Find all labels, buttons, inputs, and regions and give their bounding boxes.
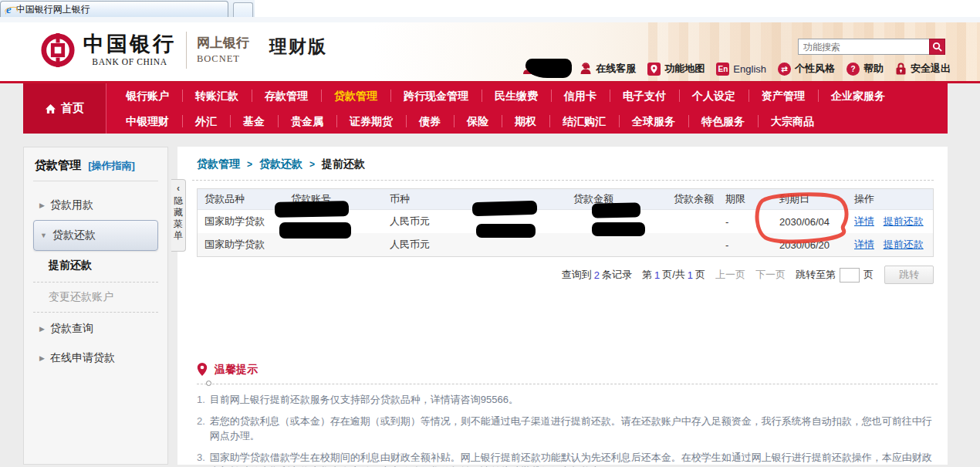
sidebar-item-loan-inquiry[interactable]: ▶ 贷款查询	[33, 314, 158, 343]
sidebar-item-early-repayment[interactable]: 提前还款	[33, 251, 158, 280]
link-online-service[interactable]: 在线客服	[580, 62, 636, 76]
chevron-down-icon: ▼	[40, 232, 47, 239]
cell-product: 国家助学贷款	[198, 215, 284, 228]
user-icon	[522, 63, 533, 75]
logo-divider	[186, 32, 187, 69]
hide-menu-label: 隐藏菜单	[174, 195, 184, 242]
browser-tab-title: 中国银行网上银行	[16, 3, 90, 16]
nav-row-1: 银行账户 转账汇款 存款管理 贷款管理 跨行现金管理 民生缴费 信用卡 电子支付…	[106, 83, 948, 109]
nav-item-forex[interactable]: 外汇	[182, 109, 230, 134]
breadcrumb-separator: >	[309, 159, 315, 170]
col-loan-account: 贷款账号	[284, 192, 383, 206]
pagination: 查询到 2 条记录 第 1 页/共 1 页 上一页 下一页 跳转至第 页 跳转	[197, 266, 934, 284]
nav-item-precious-metals[interactable]: 贵金属	[278, 109, 336, 134]
tips-divider	[197, 384, 938, 384]
nav-item-entrepreneur[interactable]: 企业家服务	[818, 83, 898, 108]
main-nav: 首页 银行账户 转账汇款 存款管理 贷款管理 跨行现金管理 民生缴费 信用卡 电…	[23, 83, 948, 134]
col-loan-amount: 贷款金额	[479, 192, 618, 206]
nav-item-transfer[interactable]: 转账汇款	[182, 83, 252, 108]
boc-logo: 中国银行 BANK OF CHINA 网上银行 BOCNET 理财版	[40, 32, 327, 69]
sidebar-item-change-repay-account[interactable]: 变更还款账户	[33, 282, 158, 313]
chevron-left-icon: ‹	[177, 184, 180, 193]
search-button[interactable]	[929, 39, 945, 55]
user-bar: 您好， 在线客服 功能地图 En English ⇄ 个性风格 ? 帮助 安全退…	[522, 62, 951, 76]
link-function-map[interactable]: 功能地图	[647, 62, 705, 76]
nav-item-options[interactable]: 期权	[502, 109, 549, 134]
sidebar: 贷款管理 [操作指南] ▶ 贷款用款 ▼ 贷款还款 提前还款 变更还款账户 ▶ …	[23, 147, 168, 465]
map-pin-icon	[647, 63, 661, 76]
nav-item-e-payment[interactable]: 电子支付	[610, 83, 679, 108]
current-page: 1	[652, 269, 662, 281]
sidebar-item-loan-repayment[interactable]: ▼ 贷款还款	[33, 220, 158, 251]
english-icon: En	[716, 63, 729, 76]
hide-menu-tab[interactable]: ‹ 隐藏菜单	[171, 179, 186, 252]
customer-service-icon	[580, 63, 592, 75]
tip-item: 1. 目前网上银行提前还款服务仅支持部分贷款品种，详情请咨询95566。	[197, 393, 938, 408]
cell-term: -	[718, 239, 772, 251]
nav-row-2: 中银理财 外汇 基金 贵金属 证券期货 债券 保险 期权 结汇购汇 全球服务 特…	[106, 109, 948, 134]
tip-item: 3. 国家助学贷款借款学生在校期间的利息由财政全额补贴。网上银行提前还款功能默认…	[197, 451, 938, 467]
breadcrumb-loan-mgmt[interactable]: 贷款管理	[197, 157, 240, 171]
col-term: 期限	[718, 192, 772, 206]
nav-home[interactable]: 首页	[23, 83, 106, 134]
prepay-link[interactable]: 提前还款	[884, 239, 924, 250]
breadcrumb-loan-repay[interactable]: 贷款还款	[259, 157, 302, 171]
cell-term: -	[718, 216, 772, 228]
nav-item-credit-card[interactable]: 信用卡	[551, 83, 610, 108]
loan-table: 贷款品种 贷款账号 币种 贷款金额 贷款余额 期限 到期日 操作 国家助学贷款 …	[197, 188, 934, 257]
chevron-right-icon: ▶	[39, 354, 45, 362]
browser-bar: e 中国银行网上银行	[0, 0, 980, 22]
nav-item-interbank-cash[interactable]: 跨行现金管理	[390, 83, 482, 108]
table-header-row: 贷款品种 贷款账号 币种 贷款金额 贷款余额 期限 到期日 操作	[198, 189, 933, 210]
nav-item-insurance[interactable]: 保险	[454, 109, 502, 134]
breadcrumb-separator: >	[247, 159, 252, 170]
cell-currency: 人民币元	[383, 215, 479, 228]
link-help[interactable]: ? 帮助	[847, 62, 884, 76]
operation-guide-link[interactable]: [操作指南]	[88, 160, 135, 171]
pin-icon	[197, 363, 208, 377]
nav-item-deposit[interactable]: 存款管理	[252, 83, 321, 108]
nav-item-special-service[interactable]: 特色服务	[688, 109, 758, 134]
new-tab-button[interactable]	[233, 2, 253, 17]
record-count: 2	[592, 269, 602, 281]
table-row: 国家助学贷款 人民币元 - 2030/06/04 详情 提前还款	[198, 210, 933, 233]
prepay-link[interactable]: 提前还款	[884, 215, 924, 227]
home-icon	[45, 103, 56, 114]
browser-tab[interactable]: e 中国银行网上银行	[0, 1, 228, 17]
nav-item-commodities[interactable]: 大宗商品	[758, 109, 827, 134]
nav-item-securities[interactable]: 证券期货	[336, 109, 406, 134]
detail-link[interactable]: 详情	[854, 239, 874, 250]
nav-item-bill-pay[interactable]: 民生缴费	[482, 83, 551, 108]
nav-item-funds[interactable]: 基金	[230, 109, 278, 134]
nav-item-loans-active[interactable]: 贷款管理	[321, 83, 390, 108]
greeting: 您好，	[522, 62, 568, 76]
nav-item-bonds[interactable]: 债券	[406, 109, 454, 134]
sidebar-item-loan-drawdown[interactable]: ▶ 贷款用款	[33, 191, 158, 220]
col-currency: 币种	[383, 192, 479, 206]
cell-due-date: 2030/06/20	[772, 239, 850, 251]
link-personal-style[interactable]: ⇄ 个性风格	[778, 62, 835, 76]
jump-page-input[interactable]	[840, 268, 860, 283]
next-page-link[interactable]: 下一页	[755, 268, 786, 282]
cell-actions: 详情 提前还款	[850, 238, 933, 252]
link-english[interactable]: En English	[716, 63, 766, 76]
lock-icon	[895, 63, 907, 75]
nav-item-asset-mgmt[interactable]: 资产管理	[749, 83, 818, 108]
nav-item-bank-accounts[interactable]: 银行账户	[113, 83, 182, 108]
tip-item: 2. 若您的贷款利息（或本金）存在逾期（或到期）等情况，则不能通过电子渠道进行提…	[197, 415, 938, 444]
col-due-date: 到期日	[772, 192, 850, 206]
jump-button[interactable]: 跳转	[884, 266, 934, 284]
breadcrumb-divider	[192, 180, 934, 181]
cell-product: 国家助学贷款	[198, 238, 284, 252]
link-safe-exit[interactable]: 安全退出	[895, 62, 951, 76]
nav-item-fx-settlement[interactable]: 结汇购汇	[549, 109, 619, 134]
prev-page-link[interactable]: 上一页	[715, 268, 745, 282]
detail-link[interactable]: 详情	[854, 215, 874, 227]
header: 中国银行 BANK OF CHINA 网上银行 BOCNET 理财版 您好， 在…	[0, 22, 980, 81]
search-input[interactable]	[798, 39, 929, 55]
nav-item-global-service[interactable]: 全球服务	[619, 109, 688, 134]
nav-item-boc-wealth[interactable]: 中银理财	[113, 109, 182, 134]
col-loan-balance: 贷款余额	[618, 192, 718, 206]
sidebar-item-online-loan-apply[interactable]: ▶ 在线申请贷款	[33, 343, 158, 373]
nav-item-personal-settings[interactable]: 个人设定	[679, 83, 749, 108]
